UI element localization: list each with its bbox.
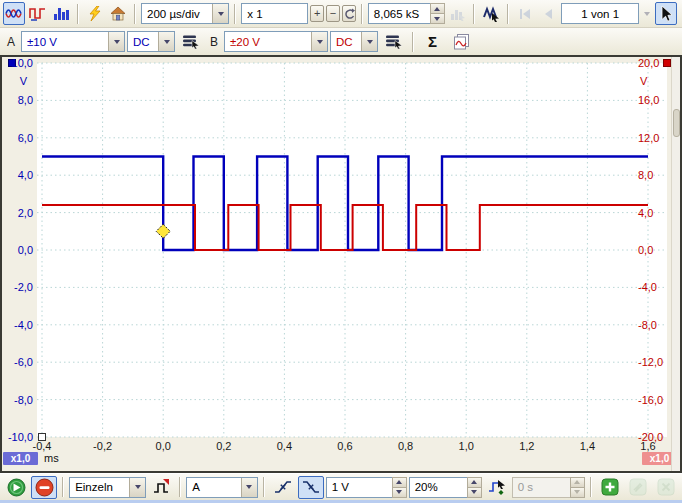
skip-to-start-icon bbox=[518, 8, 532, 20]
lightning-bolt-icon bbox=[87, 6, 102, 22]
timebase-select[interactable]: 200 µs/div bbox=[141, 3, 229, 24]
vertical-scrollbar[interactable] bbox=[671, 57, 680, 471]
disabled-delete-icon bbox=[657, 478, 675, 496]
channel-a-coupling-select[interactable]: DC bbox=[127, 31, 175, 52]
trigger-delay-spinner: 0 s bbox=[512, 477, 585, 498]
channel-options-icon bbox=[385, 34, 403, 49]
resolution-enhance-button bbox=[447, 2, 469, 25]
tick-label: 0,6 bbox=[325, 440, 365, 452]
reference-waveform-button[interactable] bbox=[448, 30, 475, 53]
channel-b-coupling-select[interactable]: DC bbox=[330, 31, 378, 52]
auto-setup-button[interactable] bbox=[84, 2, 106, 25]
spin-down-button[interactable] bbox=[467, 488, 482, 498]
add-measurement-button[interactable] bbox=[597, 476, 623, 499]
spin-up-button[interactable] bbox=[392, 477, 407, 488]
spin-down-button bbox=[570, 488, 585, 498]
gray-bars-icon bbox=[450, 7, 466, 21]
trigger-level-spinner[interactable]: 1 V bbox=[326, 477, 407, 498]
quick-trigger-button[interactable] bbox=[148, 476, 174, 499]
separator bbox=[134, 4, 136, 24]
falling-edge-button[interactable] bbox=[298, 476, 324, 499]
advanced-trigger-button[interactable] bbox=[484, 476, 510, 499]
home-icon bbox=[110, 6, 126, 21]
sigma-icon: Σ bbox=[428, 33, 437, 50]
spin-up-button[interactable] bbox=[430, 3, 445, 14]
separator bbox=[590, 477, 592, 497]
separator bbox=[234, 4, 236, 24]
first-buffer-button bbox=[514, 2, 536, 25]
trigger-mode-value: Einzeln bbox=[70, 481, 129, 493]
samples-spinner[interactable]: 8,065 kS bbox=[368, 3, 445, 24]
separator bbox=[62, 477, 64, 497]
scope-display-area[interactable]: 10,08,06,04,02,00,0-2,0-4,0-6,0-8,0-10,0… bbox=[0, 55, 682, 473]
advanced-trigger-icon bbox=[488, 479, 506, 495]
chevron-down-icon bbox=[367, 40, 373, 44]
dropdown-button[interactable] bbox=[129, 478, 145, 497]
separator bbox=[179, 477, 181, 497]
zoom-out-button[interactable]: − bbox=[326, 5, 340, 22]
rising-edge-button[interactable] bbox=[270, 476, 296, 499]
left-axis-unit: V bbox=[0, 75, 35, 87]
chevron-down-icon bbox=[114, 40, 120, 44]
zoom-field[interactable]: x 1 bbox=[241, 3, 308, 24]
tick-label: 0,4 bbox=[264, 440, 304, 452]
dropdown-button[interactable] bbox=[212, 4, 228, 23]
tick-label: -0,4 bbox=[22, 440, 62, 452]
zoom-reset-button[interactable] bbox=[342, 5, 356, 22]
trigger-hysteresis-spinner[interactable]: 20% bbox=[409, 477, 482, 498]
separator bbox=[412, 32, 414, 52]
stop-capture-button[interactable] bbox=[31, 476, 57, 499]
wave-cursor-icon bbox=[483, 6, 500, 22]
buffer-index-field[interactable]: 1 von 1 bbox=[561, 3, 639, 24]
channel-b-range-select[interactable]: ±20 V bbox=[224, 31, 328, 52]
channel-a-range-select[interactable]: ±10 V bbox=[21, 31, 125, 52]
channel-b-options-button[interactable] bbox=[380, 30, 407, 53]
dropdown-button[interactable] bbox=[158, 32, 174, 51]
dropdown-button[interactable] bbox=[361, 32, 377, 51]
previous-icon bbox=[542, 8, 554, 20]
separator bbox=[361, 4, 363, 24]
buffer-index-value: 1 von 1 bbox=[581, 8, 619, 20]
channel-b-label: B bbox=[206, 35, 222, 49]
scope-view-button[interactable] bbox=[3, 2, 25, 25]
trigger-source-select[interactable]: A bbox=[186, 477, 257, 498]
spin-up-button bbox=[570, 477, 585, 488]
math-channel-button[interactable]: Σ bbox=[419, 30, 446, 53]
reference-waveform-icon bbox=[453, 34, 470, 50]
scrollbar-thumb[interactable] bbox=[673, 109, 680, 137]
tick-label: 1,2 bbox=[507, 440, 547, 452]
persistence-view-button[interactable] bbox=[27, 2, 49, 25]
channel-a-options-button[interactable] bbox=[177, 30, 204, 53]
spin-down-button[interactable] bbox=[430, 14, 445, 24]
right-axis-unit: V bbox=[640, 75, 647, 87]
trigger-mode-select[interactable]: Einzeln bbox=[69, 477, 146, 498]
dropdown-button[interactable] bbox=[108, 32, 124, 51]
separator bbox=[507, 4, 509, 24]
pointer-tool-button[interactable] bbox=[655, 2, 677, 25]
trigger-source-value: A bbox=[187, 481, 240, 493]
channel-a-coupling-value: DC bbox=[128, 36, 158, 48]
delete-measurement-button bbox=[653, 476, 679, 499]
zoom-in-button[interactable]: + bbox=[310, 5, 324, 22]
start-capture-button[interactable] bbox=[3, 476, 29, 499]
spin-down-button[interactable] bbox=[392, 488, 407, 498]
channel-toolbar: A ±10 V DC B ±20 V DC bbox=[0, 28, 682, 55]
chevron-down-icon bbox=[317, 40, 323, 44]
left-scale-badge[interactable]: x1,0 bbox=[3, 452, 38, 465]
spectrum-view-button[interactable] bbox=[50, 2, 72, 25]
bar-chart-icon bbox=[53, 6, 70, 21]
timebase-value: 200 µs/div bbox=[142, 8, 212, 20]
undo-arrow-icon bbox=[343, 8, 355, 20]
separator bbox=[473, 4, 475, 24]
spin-up-button[interactable] bbox=[467, 477, 482, 488]
trigger-level-value: 1 V bbox=[326, 477, 392, 498]
buffer-dropdown-button[interactable] bbox=[641, 2, 653, 25]
home-button[interactable] bbox=[107, 2, 129, 25]
dropdown-button[interactable] bbox=[241, 478, 257, 497]
dropdown-button[interactable] bbox=[311, 32, 327, 51]
edit-measurement-button bbox=[625, 476, 651, 499]
waveform-measure-button[interactable] bbox=[480, 2, 502, 25]
channel-a-range-value: ±10 V bbox=[22, 36, 108, 48]
tick-label: 0,0 bbox=[143, 440, 183, 452]
channel-a-label: A bbox=[3, 35, 19, 49]
